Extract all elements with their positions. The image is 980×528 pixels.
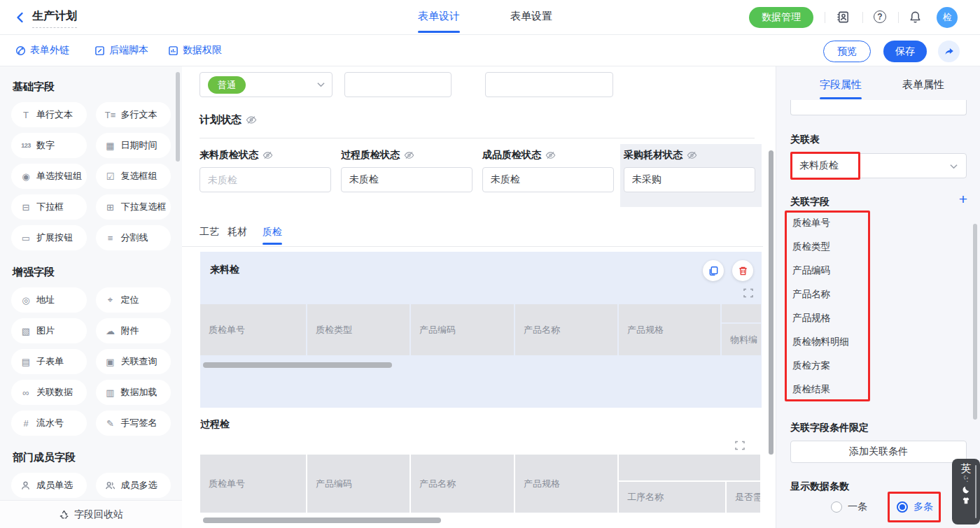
field-item-multi-line-text[interactable]: T≡多行文本 [96,102,172,127]
copy-field-button[interactable] [703,260,724,281]
user-avatar[interactable]: 检 [937,7,958,28]
related-field-item[interactable]: 质检物料明细 [792,336,849,348]
delete-field-button[interactable] [732,260,753,281]
radio-option-multiple[interactable]: 多条 [897,501,933,513]
translate-lang-button[interactable]: 英 [961,462,972,475]
expand-icon[interactable] [735,441,745,450]
tab-material[interactable]: 耗材 [227,226,247,238]
form-title[interactable]: 生产计划 [32,9,77,28]
related-field-item[interactable]: 质检单号 [792,217,830,229]
column-header: 质检单号 [200,455,306,513]
plan-status-divider-field[interactable]: 计划状态 [200,113,257,127]
address-book-icon[interactable] [835,9,850,24]
incoming-inspection-subform[interactable]: 来料检 质检单号 质检类型 产品编码 产品名称 产品规格 物料编 [200,252,762,408]
status-field-product-qc[interactable]: 成品质检状态 [482,149,556,162]
column-header: 产品名称 [515,304,617,355]
empty-text-field-1[interactable] [344,72,451,97]
field-item-data-load[interactable]: ▥数据加载 [96,380,172,405]
condition-limit-label: 关联字段条件限定 [790,422,869,434]
properties-scrollbar[interactable] [973,224,977,420]
subform-h-scrollbar[interactable] [203,518,441,523]
external-link-icon [15,45,26,56]
related-table-select[interactable]: 来料质检 [790,153,967,178]
subform-h-scrollbar[interactable] [203,362,392,368]
related-field-item[interactable]: 质检方案 [792,359,830,372]
add-condition-button[interactable]: 添加关联条件 [790,441,967,463]
tab-process-craft[interactable]: 工艺 [200,226,219,238]
signature-icon: ✎ [105,418,116,429]
incoming-qc-status-input[interactable] [200,167,331,192]
field-item-subform[interactable]: ▤子表单 [11,349,87,374]
tab-field-properties[interactable]: 字段属性 [820,78,862,92]
preview-button[interactable]: 预览 [823,41,871,62]
field-item-dropdown[interactable]: ⊟下拉框 [11,194,87,220]
tab-form-settings[interactable]: 表单设置 [510,10,552,23]
field-item-member-single[interactable]: 成员单选 [11,473,87,498]
field-item-divider[interactable]: ≡分割线 [96,225,172,250]
back-icon[interactable] [14,11,27,24]
field-item-signature[interactable]: ✎手写签名 [96,411,172,436]
field-item-location[interactable]: ⌖定位 [96,287,172,313]
field-item-image[interactable]: ▧图片 [11,318,87,343]
field-item-linked-query[interactable]: ▣关联查询 [96,349,172,374]
field-item-member-multi[interactable]: 成员多选 [96,473,172,498]
dark-mode-moon-icon[interactable] [961,485,972,495]
save-button[interactable]: 保存 [883,41,927,62]
purchase-material-status-input[interactable] [624,167,755,192]
related-field-item[interactable]: 产品编码 [792,264,830,277]
status-field-incoming-qc[interactable]: 来料质检状态 [200,149,273,162]
related-field-item[interactable]: 质检类型 [792,241,830,253]
header-divider [898,12,899,23]
data-manage-button[interactable]: 数据管理 [749,7,813,28]
plan-type-select[interactable]: 普通 [200,72,332,97]
empty-text-field-2[interactable] [485,72,613,97]
field-item-datetime[interactable]: ▦日期时间 [96,133,172,158]
add-related-field-icon[interactable]: + [959,191,967,208]
field-recycle-bin[interactable]: 字段回收站 [0,500,182,528]
field-item-single-line-text[interactable]: T单行文本 [11,102,87,127]
radio-option-single[interactable]: 一条 [831,501,867,513]
field-item-address[interactable]: ◎地址 [11,287,87,313]
notification-bell-icon[interactable] [907,9,923,24]
related-field-item[interactable]: 质检结果 [792,383,830,396]
top-header: 生产计划 表单设计 表单设置 数据管理 ? 检 [0,0,980,35]
process-inspection-subform[interactable]: 过程检 质检单号 产品编码 产品名称 产品规格 工序名称 是否需 [200,414,762,528]
help-icon[interactable]: ? [872,9,888,24]
backend-script-icon [94,45,105,56]
field-title-input-partial[interactable] [790,100,967,115]
tab-quality-check[interactable]: 质检 [262,226,282,238]
tab-form-properties[interactable]: 表单属性 [902,78,944,92]
serial-number-icon: # [20,418,31,429]
tab-form-design[interactable]: 表单设计 [418,10,460,23]
external-link-button[interactable]: 表单外链 [15,44,69,57]
process-qc-status-input[interactable] [341,167,472,192]
field-item-multi-dropdown[interactable]: ⊞下拉复选框 [96,194,172,220]
form-design-canvas: 普通 计划状态 来料质检状态 过程质检状态 成品质检状态 [182,66,776,528]
field-item-number[interactable]: 123数字 [11,133,87,158]
theme-shirt-icon[interactable] [961,496,971,506]
datetime-icon: ▦ [105,141,116,151]
section-title-basic-fields: 基础字段 [13,80,169,94]
product-qc-status-input[interactable] [482,167,614,192]
process-subform-table: 质检单号 产品编码 产品名称 产品规格 工序名称 是否需 [200,455,760,513]
column-header: 工序名称 [619,482,725,513]
field-item-attachment[interactable]: ☁附件 [96,318,172,343]
field-item-serial-number[interactable]: #流水号 [11,411,87,436]
field-item-checkbox-group[interactable]: ☑复选框组 [96,164,172,189]
dropdown-icon: ⊟ [20,202,31,213]
field-item-radio-group[interactable]: ◉单选按钮组 [11,164,87,189]
share-button[interactable] [938,41,960,62]
status-field-process-qc[interactable]: 过程质检状态 [341,149,414,162]
related-field-item[interactable]: 产品规格 [792,312,830,324]
share-arrow-icon [944,46,955,57]
canvas-v-scrollbar[interactable] [769,150,774,455]
data-permission-button[interactable]: 数据权限 [168,44,222,57]
expand-icon[interactable] [743,288,753,298]
backend-script-button[interactable]: 后端脚本 [94,44,148,57]
sidebar-scrollbar[interactable] [176,72,180,162]
status-field-purchase-material[interactable]: 采购耗材状态 [624,149,697,162]
field-item-extend-button[interactable]: ▭扩展按钮 [11,225,87,250]
related-field-item[interactable]: 产品名称 [792,288,830,301]
column-header-partial: 是否需 [727,482,760,513]
field-item-linked-data[interactable]: ∞关联数据 [11,380,87,405]
